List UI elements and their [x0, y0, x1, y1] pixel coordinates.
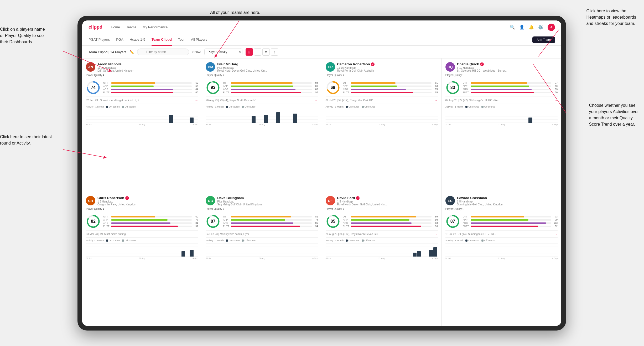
quality-section[interactable]: 74 OTT 60 APP 58 ARG 84 PUTT: [86, 80, 198, 95]
activity-section: Activity · 1 Month On course Off course: [206, 237, 318, 259]
player-header[interactable]: DB Dave Billingham Plus Handicap Sag Mai…: [206, 196, 318, 206]
chart-bars: [206, 110, 318, 123]
stat-bar-wrap: [351, 222, 432, 224]
brand-logo[interactable]: clippd: [89, 24, 102, 30]
player-name[interactable]: Blair McHarg: [217, 62, 318, 66]
off-course-color: [242, 239, 244, 242]
player-header[interactable]: CR Cameron Robertson ✓ 11-15 Handicap Ro…: [326, 62, 438, 72]
quality-circle[interactable]: 82: [86, 214, 101, 229]
quality-label: Player Quality ℹ: [326, 74, 438, 77]
add-team-button[interactable]: Add Team: [532, 36, 555, 43]
latest-round[interactable]: 26 Aug 23 | 84 (+12), Royal North Devon …: [326, 230, 438, 236]
round-arrow-icon[interactable]: →: [195, 98, 198, 102]
latest-round[interactable]: 03 Mar 23 | 19, Must make putting →: [86, 230, 198, 236]
show-select[interactable]: Player Activity Quality Score Trend: [204, 49, 242, 55]
player-name[interactable]: Chris Robertson ✓: [97, 196, 198, 200]
chart-area: [445, 243, 558, 257]
player-name[interactable]: Aaron Nicholls: [97, 62, 198, 66]
tab-pga[interactable]: PGA: [116, 34, 123, 46]
off-course-color: [242, 106, 244, 108]
on-course-dot: On course: [465, 239, 479, 242]
player-name[interactable]: Cameron Robertson ✓: [337, 62, 438, 66]
chart-date: 21 Aug: [259, 123, 265, 126]
round-arrow-icon[interactable]: →: [195, 232, 198, 236]
player-name[interactable]: David Ford ✓: [337, 196, 438, 200]
grid-view-button[interactable]: ⊞: [246, 48, 253, 56]
player-header[interactable]: DF David Ford ✓ 1-5 Handicap Royal North…: [326, 196, 438, 206]
tab-hcaps[interactable]: Hcaps 1-5: [130, 34, 145, 46]
round-arrow-icon[interactable]: →: [435, 98, 438, 102]
player-name[interactable]: Charlie Quick ✓: [457, 62, 558, 66]
sort-button[interactable]: ↕: [271, 48, 278, 56]
on-course-color: [465, 239, 468, 242]
stat-value: 85: [313, 222, 318, 224]
chart-date: 31 Jul: [326, 123, 331, 126]
latest-round[interactable]: 02 Sep 23 | Sunset round to get back int…: [86, 97, 198, 102]
activity-header: Activity · 1 Month On course Off course: [206, 105, 318, 108]
stat-bar: [231, 226, 300, 227]
list-view-button[interactable]: ☰: [254, 48, 261, 56]
latest-round[interactable]: 07 Aug 23 | 77 (+7), St George's Hill GC…: [445, 97, 558, 102]
quality-circle[interactable]: 87: [206, 214, 220, 229]
tab-pgat-players[interactable]: PGAT Players: [89, 34, 110, 46]
edit-icon[interactable]: ✏️: [129, 50, 134, 54]
avatar[interactable]: A: [548, 24, 555, 31]
quality-circle[interactable]: 74: [86, 80, 101, 95]
latest-round-text: 02 Sep 23 | Sunset round to get back int…: [86, 99, 141, 102]
search-icon[interactable]: 🔍: [510, 25, 515, 30]
stat-bar-wrap: [111, 216, 192, 217]
quality-section[interactable]: 83 OTT 77 APP 80 ARG 83 PUTT: [445, 80, 558, 95]
player-header[interactable]: AN Aaron Nicholls 11-15 Handicap Drift G…: [86, 62, 198, 72]
round-arrow-icon[interactable]: →: [435, 232, 438, 236]
nav-my-performance[interactable]: My Performance: [143, 24, 168, 30]
latest-round[interactable]: 26 Aug 23 | 73 (+1), Royal North Devon G…: [206, 97, 318, 102]
stat-value: 79: [552, 219, 558, 221]
stat-bar: [351, 86, 397, 87]
player-name[interactable]: Edward Crossman: [457, 196, 558, 200]
stat-value: 60: [193, 82, 198, 84]
quality-section[interactable]: 87 OTT 82 APP 74 ARG 85 PUTT: [206, 214, 318, 229]
round-arrow-icon[interactable]: →: [315, 232, 318, 236]
filter-button[interactable]: ▼: [262, 48, 270, 56]
latest-round[interactable]: 04 Sep 23 | Mobility with coach, Gym →: [206, 230, 318, 236]
team-label: Team Clippd | 14 Players: [89, 50, 126, 54]
quality-section[interactable]: 68 OTT 61 APP 63 ARG 75 PUTT: [326, 80, 438, 95]
latest-round[interactable]: 18 Jul 23 | 74 (+4), Sunningdale GC - Ol…: [445, 230, 558, 236]
quality-circle[interactable]: 83: [445, 80, 460, 95]
round-arrow-icon[interactable]: →: [315, 98, 318, 102]
latest-round[interactable]: 02 Jul 23 | 59 (+17), Craigmillar Park G…: [326, 97, 438, 102]
activity-header: Activity · 1 Month On course Off course: [326, 105, 438, 108]
quality-circle[interactable]: 68: [326, 80, 340, 95]
nav-home[interactable]: Home: [111, 24, 120, 30]
quality-circle[interactable]: 87: [445, 214, 460, 229]
quality-section[interactable]: 87 OTT 73 APP 79 ARG 103 PUTT: [445, 214, 558, 229]
player-avatar: EC: [445, 196, 455, 205]
player-header[interactable]: CR Chris Robertson ✓ 1-5 Handicap Craigm…: [86, 196, 198, 206]
player-avatar: DB: [206, 196, 215, 205]
tab-team-clippd[interactable]: Team Clippd: [152, 34, 172, 46]
round-arrow-icon[interactable]: →: [554, 98, 558, 102]
player-header[interactable]: BM Blair McHarg Plus Handicap Royal Nort…: [206, 62, 318, 72]
quality-label: Player Quality ℹ: [326, 207, 438, 210]
player-header[interactable]: CQ Charlie Quick ✓ 6-10 Handicap St. Geo…: [445, 62, 558, 72]
chart-bar: [169, 115, 173, 123]
tab-all-players[interactable]: All Players: [191, 34, 207, 46]
quality-section[interactable]: 82 OTT 60 APP 77 ARG 81 PUTT: [86, 214, 198, 229]
stat-value: 85: [313, 85, 318, 87]
quality-circle[interactable]: 85: [326, 214, 340, 229]
quality-section[interactable]: 85 OTT 89 APP 80 ARG 83 PUTT: [326, 214, 438, 229]
tab-tour[interactable]: Tour: [178, 34, 185, 46]
stat-bar: [351, 92, 413, 93]
quality-number: 93: [211, 85, 215, 90]
round-arrow-icon[interactable]: →: [554, 232, 558, 236]
player-name[interactable]: Dave Billingham: [217, 196, 318, 200]
nav-teams[interactable]: Teams: [126, 24, 136, 30]
chart-dates: 31 Jul21 Aug4 Sep: [326, 123, 438, 126]
bell-icon[interactable]: 🔔: [529, 25, 534, 30]
person-icon[interactable]: 👤: [519, 25, 524, 30]
quality-circle[interactable]: 93: [206, 80, 220, 95]
search-input[interactable]: [137, 49, 189, 55]
player-header[interactable]: EC Edward Crossman 1-5 Handicap Sunningd…: [445, 196, 558, 206]
settings-icon[interactable]: ⚙️: [538, 25, 543, 30]
quality-section[interactable]: 93 OTT 84 APP 85 ARG 88 PUTT: [206, 80, 318, 95]
